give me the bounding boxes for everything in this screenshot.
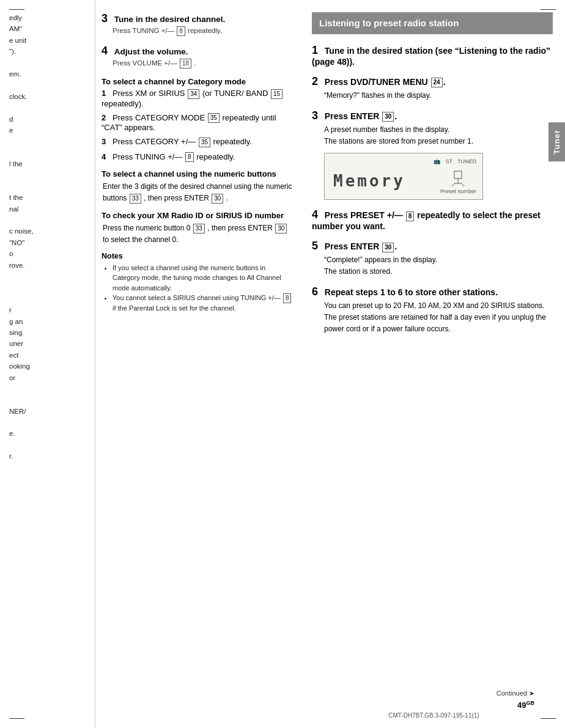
numeric-badge-30: 30 [212, 194, 223, 204]
r-step-5-badge: 30 [382, 243, 394, 252]
step-3-sub: Press TUNING +/— 8 repeatedly. [113, 26, 294, 36]
continued-label: Continued [497, 689, 534, 697]
r-step-5: 5 Press ENTER 30. “Complete!” appears in… [312, 240, 553, 277]
r-step-3-num: 3 [312, 109, 318, 122]
xm-badge-33: 33 [193, 224, 205, 233]
cat-step-3-text: Press CATEGORY +/— 35 repeatedly. [113, 137, 252, 146]
step-4-num: 4 [102, 45, 108, 57]
r-step-4: 4 Press PRESET +/— 8 repeatedly to selec… [312, 208, 553, 231]
display-tuned-label: TUNED [457, 158, 476, 164]
step-4-sub-text: Press VOLUME +/— [113, 59, 177, 67]
xm-body-text: Press the numeric button 0 [103, 224, 190, 232]
r-step-2: 2 Press DVD/TUNER MENU 24. “Memory?” fla… [312, 75, 553, 101]
r-step-6: 6 Repeat steps 1 to 6 to store other sta… [312, 285, 553, 334]
step-3-block: 3 Tune in the desired channel. Press TUN… [102, 12, 294, 36]
step-4-sub2: . [194, 59, 196, 67]
cat-step-2-text: Press CATEGORY MODE 35 repeatedly until … [102, 113, 276, 133]
svg-rect-1 [454, 171, 462, 178]
cat-step-1: 1 Press XM or SIRIUS 34 (or TUNER/ BAND … [102, 89, 294, 108]
r-step-4-badge: 8 [406, 211, 415, 221]
svg-line-5 [462, 183, 464, 186]
r-step-5-heading: Press ENTER 30. [325, 241, 397, 251]
footer-doc: CMT-DH7BT.GB.3-097-195-11(1) [388, 712, 479, 719]
step-3-sub2: repeatedly. [188, 27, 222, 34]
numeric-body3-text: . [226, 194, 228, 202]
numeric-badge-33: 33 [130, 194, 141, 204]
display-label-icon: 📺 [434, 158, 440, 164]
left-col-text: edlyAM"e unit").em.clock.del thet thenal… [9, 12, 89, 462]
r-step-5-sub: “Complete!” appears in the display.The s… [324, 254, 553, 277]
r-step-3-badge: 30 [382, 112, 394, 122]
xm-body2-text: , then press ENTER [207, 224, 273, 232]
r-step-2-num: 2 [312, 75, 318, 87]
r-step-2-heading: Press DVD/TUNER MENU 24. [325, 77, 446, 87]
step-3-header: 3 Tune in the desired channel. [102, 12, 294, 25]
category-heading: To select a channel by Category mode [102, 77, 294, 86]
corner-decoration-tl [9, 9, 24, 10]
numeric-body: Enter the 3 digits of the desired channe… [103, 181, 294, 204]
cat-step-2-num: 2 [102, 113, 106, 122]
cat-badge-8: 8 [185, 152, 194, 162]
r-step-4-heading: Press PRESET +/— 8 repeatedly to select … [312, 210, 541, 231]
tuner-tab: Tuner [548, 122, 565, 161]
r-step-1: 1 Tune in the desired station (see “List… [312, 44, 553, 67]
display-svg: Memory [331, 167, 441, 190]
page-num-suffix: GB [526, 700, 535, 706]
notes-section: Notes If you select a channel using the … [102, 252, 294, 314]
cat-step-3-num: 3 [102, 137, 106, 146]
note-item-1: If you select a channel using the numeri… [113, 263, 294, 293]
preset-label: Preset number [440, 188, 476, 194]
category-steps: 1 Press XM or SIRIUS 34 (or TUNER/ BAND … [102, 89, 294, 162]
r-step-3-sub: A preset number flashes in the display.T… [324, 124, 553, 147]
r-step-1-num: 1 [312, 44, 318, 56]
left-column: edlyAM"e unit").em.clock.del thet thenal… [0, 0, 95, 728]
step-4-heading: Adjust the volume. [114, 47, 188, 56]
right-column: Listening to preset radio station 1 Tune… [303, 0, 565, 728]
cat-step-4: 4 Press TUNING +/— 8 repeatedly. [102, 152, 294, 163]
page-num-text: 49 [517, 700, 526, 710]
r-step-6-heading: Repeat steps 1 to 6 to store other stati… [325, 287, 498, 297]
cat-step-4-text: Press TUNING +/— 8 repeatedly. [113, 152, 235, 161]
display-top-row: 📺 ST TUNED [331, 158, 476, 164]
note-item-2: You cannot select a SIRIUS channel using… [113, 293, 294, 314]
display-st-label: ST [445, 158, 452, 164]
page-container: edlyAM"e unit").em.clock.del thet thenal… [0, 0, 565, 728]
step-4-badge: 18 [180, 59, 191, 68]
xm-body3-text: to select the channel 0. [103, 235, 178, 244]
preset-indicator-svg [449, 170, 467, 187]
cat-step-4-num: 4 [102, 152, 106, 161]
r-step-6-sub: You can preset up to 20 FM, 10 AM, 20 XM… [324, 300, 553, 334]
cat-step-1-text: Press XM or SIRIUS 34 (or TUNER/ BAND 15… [102, 89, 283, 108]
cat-step-1-num: 1 [102, 89, 106, 98]
r-step-6-num: 6 [312, 285, 318, 298]
r-step-2-badge: 24 [431, 78, 443, 87]
xm-body: Press the numeric button 0 33 , then pre… [103, 222, 294, 245]
step-4-block: 4 Adjust the volume. Press VOLUME +/— 18… [102, 45, 294, 68]
notes-list: If you select a channel using the numeri… [102, 263, 294, 314]
left-text-line: edlyAM"e unit").em.clock.del thet thenal… [9, 14, 34, 460]
cat-step-3: 3 Press CATEGORY +/— 35 repeatedly. [102, 137, 294, 147]
xm-badge-30: 30 [275, 224, 287, 233]
r-step-4-num: 4 [312, 208, 318, 221]
cat-badge-35b: 35 [199, 138, 210, 147]
cat-badge-35a: 35 [208, 113, 220, 123]
r-step-1-heading: Tune in the desired station (see “Listen… [312, 46, 550, 67]
cat-badge-15: 15 [271, 89, 282, 99]
cat-badge-34: 34 [188, 89, 199, 99]
display-preset-area: Preset number [440, 170, 476, 194]
numeric-body2-text: , then press ENTER [144, 194, 209, 202]
xm-heading: To check your XM Radio ID or SIRIUS ID n… [102, 211, 294, 220]
notes-badge-8: 8 [283, 293, 292, 303]
step-3-heading: Tune in the desired channel. [114, 15, 225, 24]
page-number: 49GB [517, 700, 534, 710]
step-4-header: 4 Adjust the volume. [102, 45, 294, 57]
numeric-heading: To select a channel using the numeric bu… [102, 169, 294, 178]
step-3-num: 3 [102, 12, 108, 24]
cat-step-2: 2 Press CATEGORY MODE 35 repeatedly unti… [102, 113, 294, 133]
step-3-badge: 8 [177, 26, 185, 36]
r-step-5-num: 5 [312, 240, 318, 252]
r-step-3-heading: Press ENTER 30. [325, 111, 397, 121]
display-box: 📺 ST TUNED Memory [324, 153, 483, 200]
section-heading: Listening to preset radio station [312, 12, 553, 34]
corner-decoration-bl [9, 718, 24, 719]
